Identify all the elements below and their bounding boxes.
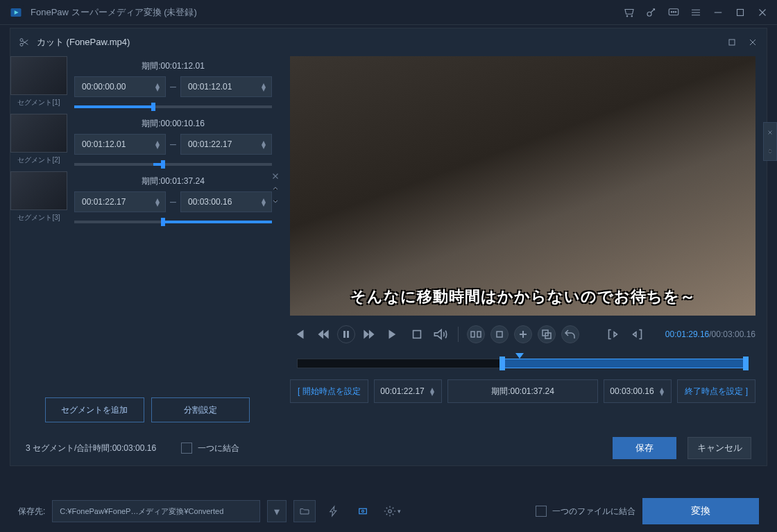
preview-area: そんなに移動時間はかからないのでお待ちを～ [284, 56, 767, 431]
chevron-down-icon[interactable]: ▾ [154, 202, 161, 206]
segment-end-field[interactable]: 00:01:12.01▴▾ [180, 76, 272, 97]
segment-label: セグメント[3] [10, 210, 67, 227]
step-forward-icon[interactable] [361, 325, 379, 343]
delete-segment-icon[interactable] [490, 325, 509, 343]
settings-dropdown-icon[interactable]: ▾ [381, 500, 403, 522]
trim-controls: [開始時点を設定 00:01:22.17▴▾ 期間:00:01:37.24 00… [290, 379, 755, 403]
segment-label: セグメント[1] [10, 95, 67, 112]
svg-rect-13 [471, 332, 475, 337]
step-back-icon[interactable] [314, 325, 332, 343]
svg-point-20 [388, 510, 392, 513]
segment-row[interactable]: セグメント[3] 期間:00:01:37.24 00:01:22.17▴▾ – … [10, 171, 284, 229]
trim-duration-label: 期間:00:01:37.24 [447, 379, 599, 403]
svg-rect-15 [497, 332, 502, 337]
segment-start-field[interactable]: 00:01:12.01▴▾ [74, 134, 166, 155]
chevron-down-icon[interactable]: ▾ [260, 144, 267, 148]
timeline-out-handle[interactable] [743, 357, 749, 370]
video-player[interactable]: そんなに移動時間はかからないのでお待ちを～ [290, 56, 755, 316]
panel-footer: 3 セグメント/合計時間:00:03:00.16 一つに結合 保存 キャンセル [10, 431, 767, 465]
segment-start-field[interactable]: 00:01:22.17▴▾ [74, 191, 166, 212]
add-cut-icon[interactable] [514, 325, 532, 343]
segment-thumbnail[interactable] [10, 114, 67, 153]
set-end-button[interactable]: 終了時点を設定] [677, 379, 755, 403]
segment-delete-icon[interactable] [271, 171, 280, 181]
save-button[interactable]: 保存 [613, 437, 676, 459]
chevron-down-icon[interactable]: ▾ [260, 87, 267, 91]
skip-end-icon[interactable] [384, 325, 402, 343]
convert-button[interactable]: 変換 [642, 498, 759, 524]
segment-summary: 3 セグメント/合計時間:00:03:00.16 [26, 443, 156, 454]
open-folder-icon[interactable] [293, 500, 316, 522]
set-start-button[interactable]: [開始時点を設定 [290, 379, 368, 403]
path-dropdown-icon[interactable]: ▾ [267, 500, 287, 522]
svg-rect-6 [737, 9, 744, 15]
svg-point-5 [675, 11, 676, 12]
segment-row[interactable]: セグメント[1] 期間:00:01:12.01 00:00:00.00▴▾ – … [10, 56, 284, 114]
merge-one-label: 一つに結合 [198, 443, 239, 454]
panel-maximize-icon[interactable] [726, 37, 737, 48]
add-segment-button[interactable]: セグメントを追加 [45, 397, 144, 422]
svg-point-3 [671, 11, 672, 12]
svg-rect-11 [347, 331, 349, 338]
segment-down-icon[interactable] [271, 196, 280, 206]
panel-header: カット (FonePaw.mp4) [10, 28, 767, 56]
set-in-bracket-icon[interactable] [604, 325, 622, 343]
key-icon[interactable] [645, 6, 658, 19]
scissors-icon [19, 37, 30, 48]
timeline[interactable] [290, 354, 755, 372]
feedback-icon[interactable] [667, 6, 680, 19]
svg-point-4 [673, 11, 674, 12]
segment-duration: 期間:00:01:37.24 [74, 174, 272, 191]
gpu-on-icon[interactable] [352, 500, 374, 522]
undo-icon[interactable] [561, 325, 579, 343]
stop-icon[interactable] [408, 325, 426, 343]
cart-icon[interactable] [623, 6, 635, 19]
segment-thumbnail[interactable] [10, 171, 67, 210]
chevron-down-icon[interactable]: ▾ [260, 202, 267, 206]
chevron-down-icon[interactable]: ▾ [154, 87, 161, 91]
cut-mode-icon[interactable] [467, 325, 485, 343]
segment-slider[interactable] [74, 105, 272, 108]
close-icon[interactable] [756, 6, 769, 19]
segment-row[interactable]: セグメント[2] 期間:00:00:10.16 00:01:12.01▴▾ – … [10, 114, 284, 171]
start-time-field[interactable]: 00:01:22.17▴▾ [374, 379, 441, 403]
skip-start-icon[interactable] [290, 325, 308, 343]
menu-icon[interactable] [690, 6, 702, 19]
svg-point-8 [20, 43, 23, 46]
svg-point-1 [647, 12, 651, 16]
side-collapse-tab[interactable] [763, 122, 777, 161]
app-title: FonePaw スーパーメディア変換 (未登録) [31, 6, 623, 19]
minimize-icon[interactable] [712, 6, 724, 19]
timeline-in-handle[interactable] [500, 357, 505, 370]
panel-close-icon[interactable] [747, 37, 758, 48]
segment-slider[interactable] [74, 163, 272, 166]
segment-thumbnail[interactable] [10, 56, 67, 95]
playback-controls: 00:01:29.16/00:03:00.16 [290, 316, 755, 350]
chevron-down-icon[interactable]: ▾ [154, 144, 161, 148]
volume-icon[interactable] [432, 325, 450, 343]
segment-end-field[interactable]: 00:03:00.16▴▾ [180, 191, 272, 212]
svg-rect-10 [343, 331, 345, 338]
segment-up-icon[interactable] [271, 184, 280, 194]
lightning-off-icon[interactable] [323, 500, 345, 522]
merge-one-checkbox[interactable] [181, 443, 192, 454]
copy-segment-icon[interactable] [538, 325, 556, 343]
split-settings-button[interactable]: 分割設定 [151, 397, 250, 422]
end-time-field[interactable]: 00:03:00.16▴▾ [604, 379, 671, 403]
play-pause-icon[interactable] [337, 325, 355, 343]
maximize-icon[interactable] [734, 6, 746, 19]
timeline-playhead[interactable] [515, 353, 524, 359]
merge-file-checkbox[interactable] [536, 506, 547, 517]
current-time: 00:01:29.16 [665, 329, 709, 339]
segment-duration: 期間:00:00:10.16 [74, 117, 272, 134]
set-out-bracket-icon[interactable] [628, 325, 646, 343]
chevron-down-icon: ▾ [429, 391, 436, 395]
segment-end-field[interactable]: 00:01:22.17▴▾ [180, 134, 272, 155]
cancel-button[interactable]: キャンセル [688, 437, 751, 459]
merge-file-label: 一つのファイルに結合 [552, 506, 635, 517]
total-time: /00:03:00.16 [709, 329, 755, 339]
segment-slider[interactable] [74, 221, 272, 223]
svg-point-19 [362, 510, 364, 513]
segment-start-field[interactable]: 00:00:00.00▴▾ [74, 76, 166, 97]
save-path-field[interactable]: C:¥FonePaw¥FoneP…メディア変換¥Converted [52, 500, 260, 522]
